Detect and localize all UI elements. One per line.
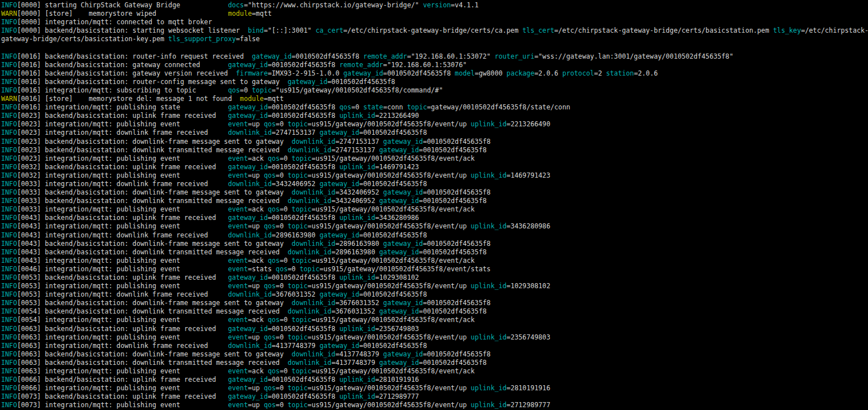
log-line: INFO[0023] integration/mqtt: publishing … — [1, 120, 868, 129]
log-key: state — [359, 103, 383, 111]
log-value: =2213266490 — [506, 120, 550, 128]
log-level: INFO — [1, 367, 17, 375]
log-level: INFO — [1, 120, 17, 128]
log-line: INFO[0073] integration/mqtt: publishing … — [1, 401, 868, 409]
log-message: [0023] integration/mqtt: downlink frame … — [17, 129, 224, 136]
log-key: topic — [288, 367, 311, 375]
log-key: topic — [288, 155, 311, 162]
log-value: =2896163980 — [332, 248, 376, 256]
log-message: [0023] backend/basicstation: uplink fram… — [17, 112, 224, 120]
log-level: INFO — [1, 163, 17, 171]
log-level: INFO — [1, 52, 17, 60]
log-value: =2.0.6 — [634, 69, 658, 77]
log-message: [0043] backend/basicstation: uplink fram… — [17, 214, 224, 222]
log-message: [0054] backend/basicstation: downlink tr… — [17, 307, 284, 315]
log-line: INFO[0033] integration/mqtt: publishing … — [1, 205, 868, 214]
log-value: =2213266490 — [375, 112, 419, 120]
log-line: INFO[0033] backend/basicstation: downlin… — [1, 197, 868, 205]
log-value: =0 — [276, 333, 284, 341]
log-key: topic — [296, 265, 319, 273]
log-message: [0023] backend/basicstation: downlink tr… — [17, 146, 284, 154]
log-message: [0063] backend/basicstation: uplink fram… — [17, 325, 224, 333]
log-key: docs — [224, 1, 244, 9]
log-key: uplink_id — [467, 333, 507, 341]
log-line: INFO[0053] integration/mqtt: downlink fr… — [1, 290, 868, 299]
log-value: =0010502df45635f8 — [359, 290, 427, 298]
log-line: INFO[0054] integration/mqtt: publishing … — [1, 316, 868, 324]
log-key: uplink_id — [336, 393, 376, 400]
log-level: INFO — [1, 146, 17, 154]
terminal-screen[interactable]: INFO[0000] starting ChirpStack Gateway B… — [0, 0, 868, 410]
log-message: [0063] backend/basicstation: downlink-fr… — [17, 350, 288, 358]
log-key: uplink_id — [336, 274, 376, 281]
log-key: downlink_id — [224, 231, 272, 239]
log-key: qos — [260, 282, 276, 290]
log-value: =IMX93-2-915-1.0.0 — [268, 69, 340, 77]
log-key: gateway_id — [379, 299, 423, 307]
log-level: INFO — [1, 171, 17, 179]
log-message: [0043] integration/mqtt: publishing even… — [17, 222, 224, 230]
log-key: topic — [284, 401, 307, 409]
log-line: INFO[0043] integration/mqtt: downlink fr… — [1, 231, 868, 240]
log-message: [0023] integration/mqtt: publishing even… — [17, 155, 224, 162]
log-value: =us915/gateway/0010502df45635f8/event/up — [307, 282, 466, 290]
log-key: qos — [260, 120, 276, 128]
log-level: INFO — [1, 350, 17, 358]
log-value: ="wss://gateway.lan:3001/gateway/0010502… — [534, 52, 733, 60]
log-key: event — [224, 155, 248, 162]
log-key: topic — [284, 222, 307, 230]
log-message: [0033] backend/basicstation: downlink-fr… — [17, 188, 288, 196]
log-key: topic — [288, 205, 311, 213]
log-value: =2747153137 — [272, 129, 316, 136]
log-key: gateway_id — [224, 112, 268, 120]
log-value: =2896163980 — [272, 231, 316, 239]
log-line: WARN[0016] [store] memorystore del: mess… — [1, 95, 868, 103]
log-line: INFO[0000] backend/basicstation: startin… — [1, 27, 868, 35]
log-value: =0010502df45635f8 — [419, 197, 487, 205]
log-key: qos — [264, 367, 280, 375]
log-line: INFO[0043] backend/basicstation: uplink … — [1, 214, 868, 222]
log-message: [0043] integration/mqtt: publishing even… — [17, 257, 224, 264]
log-line: INFO[0063] integration/mqtt: publishing … — [1, 367, 868, 376]
log-key: station — [602, 69, 633, 77]
log-value: =2356749803 — [375, 325, 419, 333]
log-value: =0010502df45635f8 — [268, 103, 336, 111]
log-line: INFO[0023] backend/basicstation: downlin… — [1, 138, 868, 146]
log-line: INFO[0032] integration/mqtt: publishing … — [1, 171, 868, 180]
log-key: qos — [264, 155, 280, 162]
log-key: tls_key — [773, 27, 801, 34]
log-key: gateway_id — [224, 393, 268, 400]
log-value: =us915/gateway/0010502df45635f8/event/up — [307, 120, 466, 128]
log-level: INFO — [1, 197, 17, 205]
log-key: gateway_id — [315, 231, 359, 239]
log-value: =0 — [240, 86, 248, 94]
log-key: uplink_id — [336, 163, 376, 171]
log-line: INFO[0016] backend/basicstation: gateway… — [1, 69, 868, 78]
log-value: =ack — [248, 367, 263, 375]
log-message: [0054] integration/mqtt: publishing even… — [17, 316, 224, 324]
log-level: INFO — [1, 180, 17, 188]
log-key: gateway_id — [224, 214, 268, 222]
log-level: INFO — [1, 282, 17, 290]
log-value: =conn — [383, 103, 403, 111]
log-value: =2747153137 — [336, 138, 380, 146]
log-message: [0043] backend/basicstation: downlink tr… — [17, 248, 284, 256]
log-line: INFO[0000] starting ChirpStack Gateway B… — [1, 1, 868, 10]
log-key: downlink_id — [288, 188, 336, 196]
log-blank-line — [1, 43, 868, 52]
log-level: INFO — [1, 393, 17, 400]
log-key: gateway_id — [340, 69, 384, 77]
log-level: INFO — [1, 129, 17, 136]
log-message: [0033] backend/basicstation: downlink tr… — [17, 197, 284, 205]
log-text: =/etc/chirpstack-gateway-bridge/certs/ca… — [343, 27, 523, 34]
log-key: event — [224, 333, 248, 341]
log-value: =2810191916 — [375, 376, 419, 383]
log-key: qos — [260, 401, 276, 409]
log-level: INFO — [1, 376, 17, 383]
log-message: [0016] integration/mqtt: publishing stat… — [17, 103, 224, 111]
log-key: event — [224, 222, 248, 230]
log-value: =us915/gateway/0010502df45635f8/event/up — [307, 333, 466, 341]
log-value: =4137748379 — [332, 359, 376, 367]
log-value: =0010502df45635f8 — [328, 78, 395, 86]
log-key: event — [224, 282, 248, 290]
